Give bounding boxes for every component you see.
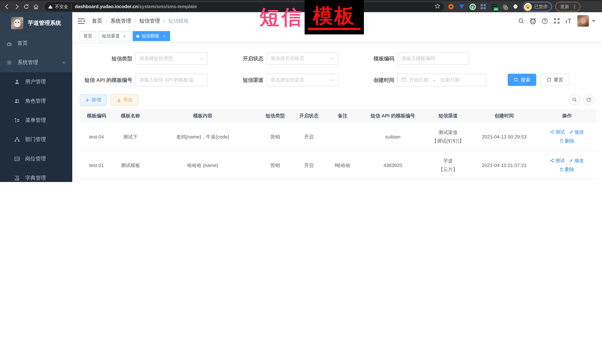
refresh-table-button[interactable] bbox=[583, 94, 594, 105]
edit-link[interactable]: 修改 bbox=[569, 128, 584, 136]
tag-label: 短信渠道 bbox=[102, 33, 120, 39]
breadcrumb-system[interactable]: 系统管理 bbox=[110, 18, 131, 24]
breadcrumb-separator: / bbox=[135, 18, 136, 24]
browser-update-chip[interactable]: 更新 bbox=[556, 2, 580, 11]
app-logo[interactable]: 芋道管理系统 bbox=[0, 12, 72, 34]
sidebar-item-users[interactable]: 用户管理 bbox=[0, 72, 72, 92]
status-select[interactable]: 请选择开启状态 bbox=[267, 52, 338, 65]
test-link[interactable]: 测试 bbox=[550, 156, 565, 165]
add-button[interactable]: 新增 bbox=[80, 94, 107, 105]
header-search-icon[interactable] bbox=[515, 15, 527, 27]
security-warning-label[interactable]: 不安全 bbox=[55, 3, 68, 10]
page-url[interactable]: dashboard.yudao.iocoder.cn/system/sms/sm… bbox=[75, 4, 197, 9]
sidebar-collapse-icon[interactable] bbox=[78, 18, 85, 24]
users-icon bbox=[14, 98, 20, 104]
extension-donut-icon[interactable] bbox=[447, 3, 455, 10]
edit-link[interactable]: 修改 bbox=[569, 156, 584, 165]
api-template-id-input[interactable]: 请输入短信 API 的模板编 bbox=[135, 74, 208, 86]
cell-status: 开启 bbox=[292, 179, 325, 182]
breadcrumb-home[interactable]: 首页 bbox=[92, 18, 102, 24]
cell-type: 营销 bbox=[258, 123, 292, 151]
sms-template-page: 短信类型 请选择短信类型 开启状态 请选择开启状态 模板编码 请输入模板编码 短… bbox=[72, 43, 602, 182]
close-icon[interactable] bbox=[122, 33, 127, 39]
cell-content: 老鸡{name}，牛逼{code} bbox=[148, 123, 258, 151]
close-icon[interactable] bbox=[162, 33, 166, 39]
sidebar-item-home[interactable]: 首页 bbox=[0, 34, 72, 53]
security-warning-icon bbox=[48, 5, 53, 9]
delete-link[interactable]: 删除 bbox=[559, 165, 574, 174]
chevron-down-icon bbox=[331, 57, 334, 60]
show-search-toggle-button[interactable] bbox=[569, 94, 580, 105]
col-header: 模板内容 bbox=[148, 109, 258, 123]
search-button[interactable]: 搜索 bbox=[508, 74, 536, 86]
extension-spy-icon[interactable] bbox=[501, 3, 508, 10]
cell-remark: f哈哈哈 bbox=[325, 151, 360, 179]
reset-button-label: 重置 bbox=[554, 76, 563, 83]
browser-menu-icon[interactable] bbox=[572, 4, 577, 10]
avatar-dropdown-icon[interactable] bbox=[592, 20, 595, 22]
sms-type-select[interactable]: 请选择短信类型 bbox=[135, 52, 208, 65]
help-icon[interactable] bbox=[539, 15, 551, 27]
browser-profile-chip[interactable]: 已暂停 bbox=[523, 2, 552, 11]
user-avatar[interactable] bbox=[577, 15, 589, 27]
url-path: /system/sms/sms-template bbox=[138, 4, 197, 9]
sidebar-item-label: 菜单管理 bbox=[25, 117, 46, 124]
admin-app: 芋道管理系统 首页 系统管理 用户管理 角色管理 bbox=[0, 12, 602, 182]
sidebar-item-posts[interactable]: 岗位管理 bbox=[0, 149, 72, 168]
cell-content: 您的验证码{code}，该验证码5分钟内有效，请勿泄漏于他人！ bbox=[148, 179, 258, 182]
cell-channel: 芋道【云片】 bbox=[426, 151, 470, 179]
test-link-label: 测试 bbox=[555, 156, 565, 165]
back-icon[interactable] bbox=[2, 2, 12, 11]
user-icon bbox=[14, 79, 20, 85]
breadcrumb-separator: / bbox=[106, 18, 107, 24]
cell-api-id: suibian bbox=[360, 123, 426, 151]
sidebar-item-menus[interactable]: 菜单管理 bbox=[0, 111, 72, 130]
created-time-range-picker[interactable]: 开始日期 - 结束日期 bbox=[397, 74, 486, 86]
sidebar-item-dictionary[interactable]: 字典管理 bbox=[0, 168, 72, 182]
bookmark-star-icon[interactable] bbox=[435, 3, 440, 10]
test-link[interactable]: 测试 bbox=[550, 128, 565, 136]
cell-status: 开启 bbox=[292, 123, 325, 151]
badge-card-icon bbox=[14, 156, 20, 162]
tag-sms-channel[interactable]: 短信渠道 bbox=[98, 31, 130, 41]
template-code-input[interactable]: 请输入模板编码 bbox=[397, 52, 469, 65]
tag-sms-template[interactable]: 短信模板 bbox=[133, 31, 170, 41]
extension-grid-icon[interactable] bbox=[480, 3, 487, 10]
app-title: 芋道管理系统 bbox=[28, 20, 61, 26]
delete-link[interactable]: 删除 bbox=[559, 137, 574, 145]
navbar-actions bbox=[515, 15, 595, 27]
export-button[interactable]: 导出 bbox=[111, 94, 139, 105]
breadcrumb-sms[interactable]: 短信管理 bbox=[139, 18, 160, 24]
table-row: test_02 公告通知 您的验证码{code}，该验证码5分钟内有效，请勿泄漏… bbox=[80, 179, 596, 182]
sms-channel-select[interactable]: 请选择短信渠道 bbox=[267, 74, 338, 86]
col-header: 模板编码 bbox=[80, 109, 113, 123]
github-icon[interactable] bbox=[527, 15, 539, 27]
extension-gem-icon[interactable] bbox=[458, 3, 465, 10]
sidebar-item-roles[interactable]: 角色管理 bbox=[0, 92, 72, 111]
forward-icon[interactable] bbox=[12, 2, 22, 11]
logo-image bbox=[11, 17, 23, 29]
breadcrumb-current: 短信模板 bbox=[168, 18, 189, 24]
reset-button[interactable]: 重置 bbox=[541, 74, 569, 86]
edit-link-label: 修改 bbox=[574, 128, 584, 136]
fullscreen-icon[interactable] bbox=[551, 15, 562, 27]
extension-list-on-icon[interactable]: on bbox=[490, 3, 498, 10]
font-size-icon[interactable] bbox=[562, 15, 574, 27]
cell-actions: 测试 修改 删除 bbox=[538, 151, 596, 179]
reload-icon[interactable] bbox=[22, 2, 31, 11]
extensions-puzzle-icon[interactable] bbox=[512, 3, 519, 10]
cell-type: 验证码 bbox=[258, 179, 292, 182]
chevron-down-icon bbox=[200, 57, 204, 60]
col-header: 短信 API 的模板编号 bbox=[360, 109, 426, 123]
api-template-id-label: 短信 API 的模板编号 bbox=[76, 74, 132, 86]
extension-y-icon[interactable]: y bbox=[469, 3, 476, 10]
date-end-placeholder: 结束日期 bbox=[441, 77, 460, 83]
calendar-icon bbox=[401, 77, 406, 83]
menu-tree-icon bbox=[14, 117, 20, 123]
sidebar-item-system[interactable]: 系统管理 bbox=[0, 53, 72, 72]
sidebar-item-departments[interactable]: 部门管理 bbox=[0, 130, 72, 149]
cell-channel: Ballcat【阿里云】 bbox=[426, 179, 470, 182]
url-bar[interactable]: 不安全 dashboard.yudao.iocoder.cn/system/sm… bbox=[44, 2, 444, 11]
home-icon[interactable] bbox=[31, 2, 41, 11]
tag-home[interactable]: 首页 bbox=[80, 31, 96, 41]
